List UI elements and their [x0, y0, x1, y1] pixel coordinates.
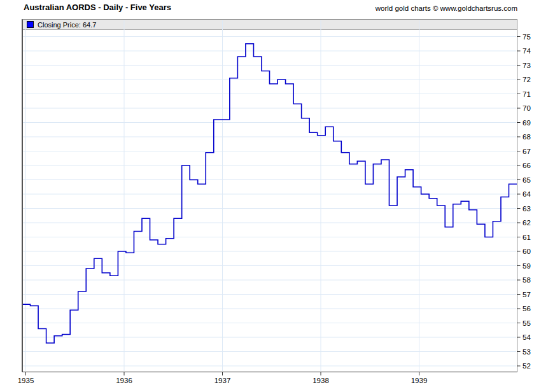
svg-text:74: 74 [523, 47, 531, 55]
svg-text:52: 52 [523, 362, 531, 370]
svg-text:68: 68 [523, 133, 531, 141]
legend-label: Closing Price: 64.7 [38, 21, 96, 29]
svg-text:1939: 1939 [411, 377, 428, 384]
svg-text:60: 60 [523, 248, 531, 255]
svg-text:54: 54 [523, 333, 531, 341]
svg-text:53: 53 [523, 348, 531, 356]
svg-text:62: 62 [523, 219, 531, 227]
svg-text:75: 75 [523, 33, 531, 41]
svg-text:56: 56 [523, 305, 531, 312]
legend-swatch-icon [27, 21, 34, 28]
svg-text:59: 59 [523, 262, 531, 270]
chart-credit: world gold charts © www.goldchartsrus.co… [376, 4, 517, 12]
svg-text:66: 66 [523, 162, 531, 169]
svg-text:58: 58 [523, 276, 531, 284]
svg-text:69: 69 [523, 119, 531, 127]
svg-text:1935: 1935 [18, 377, 34, 384]
svg-text:61: 61 [523, 234, 531, 241]
page-title: Australian AORDS - Daily - Five Years [24, 3, 171, 12]
svg-text:72: 72 [523, 76, 531, 83]
svg-text:55: 55 [523, 319, 531, 327]
svg-text:65: 65 [523, 176, 531, 184]
svg-text:63: 63 [523, 205, 531, 213]
svg-text:57: 57 [523, 291, 531, 298]
svg-text:1937: 1937 [214, 377, 231, 384]
svg-text:64: 64 [523, 190, 531, 198]
svg-text:1936: 1936 [116, 377, 132, 384]
svg-text:70: 70 [523, 104, 531, 112]
svg-text:1938: 1938 [313, 377, 329, 384]
svg-text:67: 67 [523, 148, 531, 155]
svg-text:73: 73 [523, 62, 531, 69]
price-chart: Closing Price: 64.7 [22, 19, 517, 372]
chart-legend: Closing Price: 64.7 [23, 20, 517, 30]
svg-text:71: 71 [523, 90, 531, 98]
